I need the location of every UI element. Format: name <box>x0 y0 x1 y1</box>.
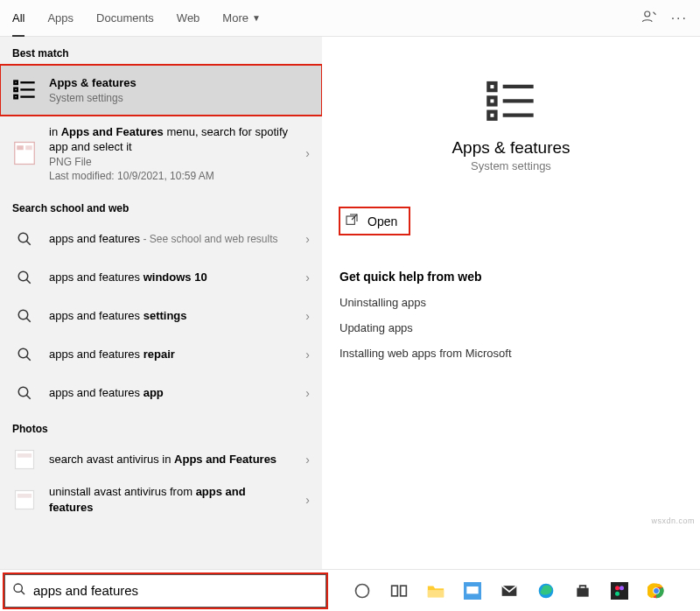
feedback-icon[interactable] <box>641 9 657 28</box>
search-icon <box>10 302 38 330</box>
chevron-right-icon[interactable]: › <box>305 232 310 246</box>
search-icon <box>10 225 38 253</box>
tab-more[interactable]: More ▼ <box>222 0 261 37</box>
chevron-right-icon[interactable]: › <box>305 146 310 160</box>
svg-rect-35 <box>401 586 407 596</box>
svg-point-14 <box>18 310 28 320</box>
open-button[interactable]: Open <box>340 207 410 235</box>
svg-point-0 <box>644 11 649 17</box>
web-result[interactable]: apps and features - See school and web r… <box>0 220 322 258</box>
svg-rect-21 <box>18 453 32 458</box>
svg-point-42 <box>615 586 620 590</box>
chevron-right-icon[interactable]: › <box>305 386 310 400</box>
section-web: Search school and web <box>0 192 322 220</box>
chevron-right-icon[interactable]: › <box>305 493 310 507</box>
open-label: Open <box>368 214 397 228</box>
preview-subtitle: System settings <box>340 159 682 172</box>
file-result-title: in Apps and Features menu, search for sp… <box>49 124 290 155</box>
search-box[interactable] <box>4 573 327 608</box>
svg-rect-20 <box>16 451 34 469</box>
preview-title: Apps & features <box>340 138 682 158</box>
store-icon[interactable] <box>572 580 593 601</box>
tab-apps[interactable]: Apps <box>47 0 74 37</box>
web-result-title: apps and features - See school and web r… <box>49 231 290 247</box>
search-filter-tabs: All Apps Documents Web More ▼ ··· <box>0 0 700 37</box>
task-view-icon[interactable] <box>388 580 410 601</box>
svg-point-43 <box>620 586 624 590</box>
chevron-right-icon[interactable]: › <box>305 309 310 323</box>
search-icon <box>5 582 33 600</box>
tab-web[interactable]: Web <box>177 0 200 37</box>
web-result[interactable]: apps and features app › <box>0 374 322 412</box>
tab-all[interactable]: All <box>12 0 24 37</box>
svg-line-15 <box>26 318 31 322</box>
section-photos: Photos <box>0 412 322 440</box>
search-box-wrap <box>4 573 327 608</box>
preview-panel: Apps & features System settings Open Get… <box>322 37 700 569</box>
file-result[interactable]: in Apps and Features menu, search for sp… <box>0 116 322 192</box>
svg-rect-41 <box>611 582 628 600</box>
svg-line-19 <box>26 395 31 399</box>
svg-rect-22 <box>16 490 34 509</box>
help-link[interactable]: Updating apps <box>340 321 682 334</box>
web-result[interactable]: apps and features repair › <box>0 335 322 374</box>
apps-features-icon <box>10 76 38 104</box>
svg-rect-8 <box>17 146 24 151</box>
tab-documents[interactable]: Documents <box>96 0 154 37</box>
best-match-title: Apps & features <box>49 75 290 91</box>
svg-point-12 <box>18 271 28 281</box>
app-icon-1[interactable] <box>462 580 483 601</box>
best-match-result[interactable]: Apps & features System settings <box>0 65 322 116</box>
svg-rect-24 <box>488 83 495 90</box>
file-explorer-icon[interactable] <box>425 580 446 601</box>
file-result-modified: Last modified: 10/9/2021, 10:59 AM <box>49 169 290 183</box>
preview-apps-features-icon <box>485 75 537 128</box>
open-icon <box>345 213 359 229</box>
edge-icon[interactable] <box>536 580 556 601</box>
svg-point-33 <box>356 584 369 597</box>
svg-rect-3 <box>14 88 18 92</box>
search-icon <box>10 341 38 369</box>
svg-rect-23 <box>18 494 32 498</box>
svg-line-11 <box>26 241 31 245</box>
svg-rect-1 <box>14 81 18 84</box>
chevron-right-icon[interactable]: › <box>305 270 310 284</box>
mail-icon[interactable] <box>499 580 520 601</box>
svg-point-31 <box>14 584 22 592</box>
help-link[interactable]: Installing web apps from Microsoft <box>340 347 682 360</box>
chevron-down-icon: ▼ <box>252 13 261 23</box>
svg-line-13 <box>26 279 31 284</box>
svg-line-32 <box>21 591 24 594</box>
help-link[interactable]: Uninstalling apps <box>340 296 682 309</box>
taskbar <box>327 580 700 601</box>
cortana-icon[interactable] <box>352 580 373 601</box>
web-result-title: apps and features repair <box>49 347 290 362</box>
svg-rect-28 <box>488 112 495 119</box>
photo-result-title: uninstall avast antivirus from apps and … <box>49 484 290 515</box>
section-best-match: Best match <box>0 37 322 65</box>
photo-result[interactable]: search avast antivirus in Apps and Featu… <box>0 440 322 479</box>
chrome-icon[interactable] <box>646 580 667 601</box>
web-result-title: apps and features app <box>49 385 290 401</box>
web-result[interactable]: apps and features windows 10 › <box>0 258 322 297</box>
figma-icon[interactable] <box>609 580 630 601</box>
watermark: wsxdn.com <box>651 516 695 525</box>
results-panel: Best match Apps & features System settin… <box>0 37 322 569</box>
search-input[interactable] <box>33 583 326 598</box>
photo-result-title: search avast antivirus in Apps and Featu… <box>49 452 290 467</box>
svg-point-10 <box>18 233 28 242</box>
web-result[interactable]: apps and features settings › <box>0 297 322 335</box>
photo-result[interactable]: uninstall avast antivirus from apps and … <box>0 479 322 520</box>
svg-line-17 <box>26 356 31 361</box>
svg-rect-26 <box>488 97 495 104</box>
chevron-right-icon[interactable]: › <box>305 453 310 467</box>
help-heading: Get quick help from web <box>340 270 682 284</box>
more-options-icon[interactable]: ··· <box>671 11 688 26</box>
best-match-subtitle: System settings <box>49 91 290 105</box>
svg-rect-9 <box>25 146 32 151</box>
chevron-right-icon[interactable]: › <box>305 348 310 362</box>
footer-bar <box>0 569 700 611</box>
web-result-title: apps and features windows 10 <box>49 270 290 285</box>
image-file-icon <box>10 486 38 514</box>
image-file-icon <box>10 446 38 474</box>
